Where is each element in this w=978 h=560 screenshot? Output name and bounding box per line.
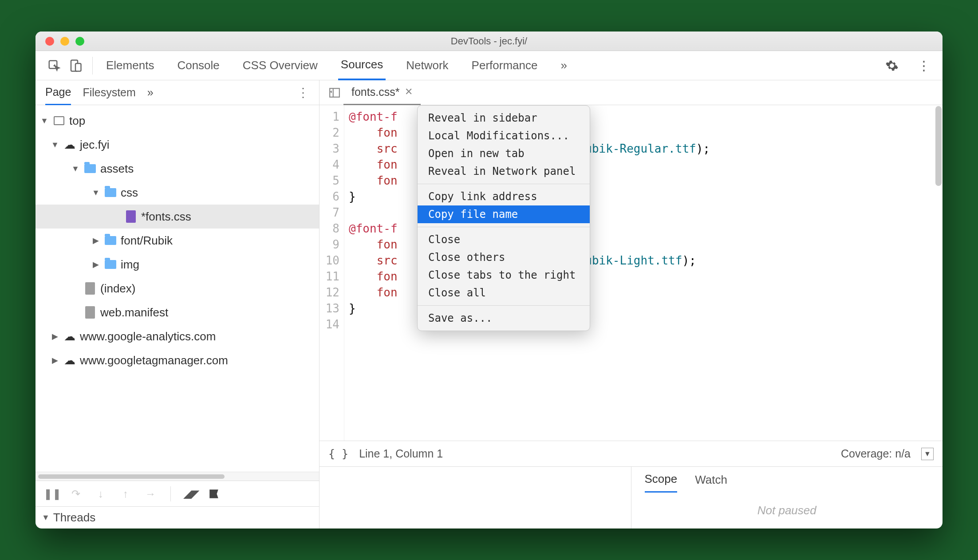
tree-folder-img[interactable]: ▶ img xyxy=(35,252,319,276)
tree-file-manifest[interactable]: web.manifest xyxy=(35,300,319,324)
tree-file-fonts-css[interactable]: *fonts.css xyxy=(35,205,319,229)
file-tree: ▼ top ▼ ☁ jec.fyi ▼ assets ▼ css xyxy=(35,105,319,472)
sidebar-scrollbar[interactable] xyxy=(35,472,319,481)
gear-icon[interactable] xyxy=(881,59,903,72)
sidebar-tab-page[interactable]: Page xyxy=(45,80,71,105)
tab-console[interactable]: Console xyxy=(174,51,222,80)
sidebar-kebab-icon[interactable]: ⋮ xyxy=(297,80,309,105)
menu-separator xyxy=(418,305,590,306)
menu-local-modifications[interactable]: Local Modifications... xyxy=(418,127,590,145)
editor-tab-label: fonts.css* xyxy=(351,86,399,99)
frame-icon xyxy=(54,116,64,125)
threads-label: Threads xyxy=(53,511,95,525)
folder-icon xyxy=(105,260,116,269)
tab-css-overview[interactable]: CSS Overview xyxy=(240,51,320,80)
sidebar-tab-more[interactable]: » xyxy=(147,80,154,105)
cursor-position: Line 1, Column 1 xyxy=(359,447,443,460)
tree-file-index[interactable]: (index) xyxy=(35,276,319,300)
tree-domain[interactable]: ▼ ☁ jec.fyi xyxy=(35,133,319,157)
menu-close-others[interactable]: Close others xyxy=(418,248,590,266)
tab-performance[interactable]: Performance xyxy=(469,51,540,80)
scope-status: Not paused xyxy=(631,493,943,528)
chevron-right-icon: ▶ xyxy=(91,236,100,245)
step-over-icon[interactable]: ↷ xyxy=(68,488,83,500)
main-area: Page Filesystem » ⋮ ▼ top ▼ ☁ jec.fyi xyxy=(35,80,943,528)
tab-network[interactable]: Network xyxy=(403,51,451,80)
menu-save-as[interactable]: Save as... xyxy=(418,309,590,327)
pause-exceptions-icon[interactable] xyxy=(208,488,223,500)
css-file-icon xyxy=(126,210,136,223)
menu-close[interactable]: Close xyxy=(418,231,590,248)
menu-reveal-network[interactable]: Reveal in Network panel xyxy=(418,162,590,180)
coverage-dropdown-icon[interactable]: ▼ xyxy=(921,448,934,460)
inspect-element-icon[interactable] xyxy=(43,59,65,72)
tree-folder-css[interactable]: ▼ css xyxy=(35,181,319,205)
chevron-down-icon: ▼ xyxy=(40,116,49,126)
threads-section[interactable]: ▼ Threads xyxy=(35,506,319,528)
tab-elements[interactable]: Elements xyxy=(103,51,157,80)
tab-scope[interactable]: Scope xyxy=(645,467,678,493)
tree-label: font/Rubik xyxy=(121,234,173,248)
file-icon xyxy=(85,306,95,319)
tree-label: jec.fyi xyxy=(80,138,109,152)
step-into-icon[interactable]: ↓ xyxy=(93,488,108,500)
deactivate-breakpoints-icon[interactable]: ◢◤ xyxy=(183,488,198,500)
menu-close-all[interactable]: Close all xyxy=(418,284,590,302)
svg-rect-2 xyxy=(75,63,81,71)
cloud-icon: ☁ xyxy=(63,138,76,152)
tree-label: www.google-analytics.com xyxy=(80,330,216,343)
close-tab-icon[interactable]: ✕ xyxy=(405,86,413,98)
titlebar: DevTools - jec.fyi/ xyxy=(35,32,943,51)
kebab-menu-icon[interactable]: ⋮ xyxy=(913,58,935,73)
tab-more[interactable]: » xyxy=(558,51,569,80)
cloud-icon: ☁ xyxy=(63,330,76,343)
folder-icon xyxy=(105,236,116,245)
menu-reveal-sidebar[interactable]: Reveal in sidebar xyxy=(418,109,590,127)
editor-scrollbar[interactable] xyxy=(935,106,942,186)
sidebar-tab-filesystem[interactable]: Filesystem xyxy=(83,80,135,105)
code-editor[interactable]: 123 456 789 101112 1314 @font-f fon src … xyxy=(319,105,943,441)
device-toggle-icon[interactable] xyxy=(65,59,86,72)
tree-folder-assets[interactable]: ▼ assets xyxy=(35,157,319,181)
tab-sources[interactable]: Sources xyxy=(338,51,386,80)
bottom-pane: Scope Watch Not paused xyxy=(319,466,943,528)
devtools-window: DevTools - jec.fyi/ Elements Console CSS… xyxy=(35,32,943,528)
toggle-navigator-icon[interactable] xyxy=(326,87,343,99)
tree-label: (index) xyxy=(100,282,135,296)
tree-label: www.googletagmanager.com xyxy=(80,354,228,367)
tree-top-frame[interactable]: ▼ top xyxy=(35,109,319,133)
coverage-label: Coverage: n/a xyxy=(841,447,911,460)
chevron-right-icon: ▶ xyxy=(51,331,59,341)
editor-tab-fonts-css[interactable]: fonts.css* ✕ xyxy=(343,80,421,105)
bottom-left-pane xyxy=(319,467,631,528)
tree-domain-gtm[interactable]: ▶ ☁ www.googletagmanager.com xyxy=(35,348,319,372)
toolbar-divider xyxy=(92,57,93,75)
tree-label: css xyxy=(121,186,138,200)
step-out-icon[interactable]: ↑ xyxy=(118,488,133,500)
menu-close-tabs-right[interactable]: Close tabs to the right xyxy=(418,266,590,284)
sidebar-tabs: Page Filesystem » ⋮ xyxy=(35,80,319,105)
tree-label: *fonts.css xyxy=(141,210,191,224)
tree-label: img xyxy=(121,258,139,272)
menu-copy-link-address[interactable]: Copy link address xyxy=(418,188,590,205)
folder-icon xyxy=(84,164,96,173)
tree-label: web.manifest xyxy=(100,306,168,319)
menu-separator xyxy=(418,227,590,227)
pause-icon[interactable]: ❚❚ xyxy=(43,488,59,500)
tree-folder-font[interactable]: ▶ font/Rubik xyxy=(35,229,319,252)
editor-statusbar: { } Line 1, Column 1 Coverage: n/a ▼ xyxy=(319,441,943,466)
menu-open-new-tab[interactable]: Open in new tab xyxy=(418,145,590,162)
step-icon[interactable]: → xyxy=(143,488,158,500)
folder-icon xyxy=(105,188,116,197)
tree-domain-ga[interactable]: ▶ ☁ www.google-analytics.com xyxy=(35,324,319,348)
tab-watch[interactable]: Watch xyxy=(695,473,727,487)
menu-copy-file-name[interactable]: Copy file name xyxy=(418,205,590,223)
panel-tabs: Elements Console CSS Overview Sources Ne… xyxy=(99,51,881,80)
debugger-controls: ❚❚ ↷ ↓ ↑ → ◢◤ xyxy=(35,481,319,506)
chevron-right-icon: ▶ xyxy=(91,260,100,269)
chevron-down-icon: ▼ xyxy=(42,513,50,522)
menu-separator xyxy=(418,184,590,184)
chevron-down-icon: ▼ xyxy=(51,140,59,150)
format-braces-icon[interactable]: { } xyxy=(328,447,348,460)
tree-label: assets xyxy=(100,162,134,176)
